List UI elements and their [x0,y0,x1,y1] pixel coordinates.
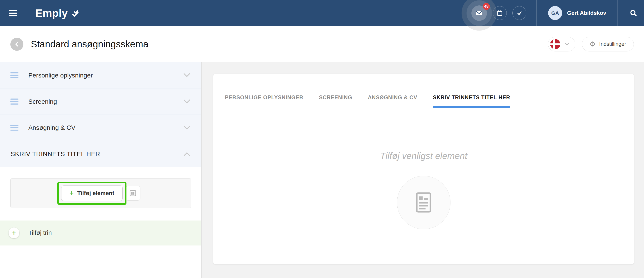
sidebar-step-ansogning-cv[interactable]: Ansøgning & CV [0,115,202,141]
drag-handle-icon[interactable] [10,99,19,104]
mail-icon [475,9,483,17]
chevron-down-icon[interactable] [184,126,190,130]
drag-handle-icon[interactable] [10,125,19,131]
search-button[interactable] [630,9,638,17]
chevron-up-icon[interactable] [184,152,190,156]
user-name[interactable]: Gert Abildskov [567,10,606,16]
sidebar-step-skriv-trinnets-titel[interactable]: SKRIV TRINNETS TITEL HER [0,141,202,167]
step-label: Ansøgning & CV [28,124,76,131]
calendar-button[interactable] [493,6,507,20]
gear-icon: ⚙ [590,41,596,47]
back-button[interactable] [10,38,24,51]
add-step-button[interactable]: + Tilføj trin [0,221,202,246]
drag-handle-icon[interactable] [10,72,19,78]
tasks-button[interactable] [512,6,526,20]
calendar-icon [496,10,503,17]
settings-label: Indstillinger [599,41,626,47]
tab-screening[interactable]: SCREENING [319,95,352,107]
search-icon [630,9,638,17]
add-step-label: Tilføj trin [28,229,52,237]
chevron-down-icon[interactable] [184,73,190,77]
step-elements-zone: + Tilføj element [0,167,202,221]
danish-flag-icon [550,39,560,49]
plus-circle-icon: + [8,228,19,238]
avatar[interactable]: GA [548,6,562,20]
step-label: SKRIV TRINNETS TITEL HER [10,150,100,158]
steps-sidebar: Personlige oplysninger Screening Ansøgni… [0,62,202,278]
checkmark-icon [516,10,523,16]
empty-state: Tilføj venligst element [213,151,634,229]
mail-button[interactable]: 48 [472,5,487,21]
chevron-left-icon [14,41,19,47]
emply-app: Emply 48 [0,0,644,278]
document-icon [416,192,432,213]
tab-ansogning-cv[interactable]: ANSØGNING & CV [368,95,417,107]
add-element-button[interactable]: + Tilføj element [61,185,123,201]
form-preview-card: PERSONLIGE OPLYSNINGER SCREENING ANSØGNI… [213,74,634,265]
notifications-mail-wrap: 48 [472,5,487,21]
logo-text: Emply [35,7,68,19]
emply-logo[interactable]: Emply [35,7,80,19]
chevron-down-icon[interactable] [184,99,190,104]
add-element-label: Tilføj element [78,190,114,196]
tab-skriv-trinnets-titel[interactable]: SKRIV TRINNETS TITEL HER [433,95,510,107]
settings-button[interactable]: ⚙ Indstillinger [582,37,634,52]
step-label: Screening [28,98,57,105]
empty-state-text: Tilføj venligst element [213,151,634,161]
navbar-divider [536,0,537,26]
step-tabs: PERSONLIGE OPLYSNINGER SCREENING ANSØGNI… [225,74,622,107]
columns-icon [129,189,136,197]
sidebar-step-personlige-oplysninger[interactable]: Personlige oplysninger [0,62,202,89]
chevron-down-icon [564,42,570,46]
two-columns-button[interactable] [126,186,140,201]
plus-icon: + [70,189,74,197]
sidebar-step-screening[interactable]: Screening [0,89,202,115]
logo-check-icon [71,9,80,18]
page-title: Standard ansøgningsskema [31,39,148,50]
mail-badge: 48 [483,3,490,10]
step-label: Personlige oplysninger [28,72,93,79]
page-header: Standard ansøgningsskema ⚙ Indstillinger [0,26,644,62]
menu-icon[interactable] [0,0,26,26]
active-tab-underline [433,106,510,108]
top-navbar: Emply 48 [0,0,644,26]
navbar-divider [618,0,618,26]
add-element-panel: + Tilføj element [10,178,191,208]
language-selector[interactable] [548,37,575,52]
empty-state-circle [397,176,450,229]
main-area: PERSONLIGE OPLYSNINGER SCREENING ANSØGNI… [202,62,644,278]
tab-personlige-oplysninger[interactable]: PERSONLIGE OPLYSNINGER [225,95,303,107]
